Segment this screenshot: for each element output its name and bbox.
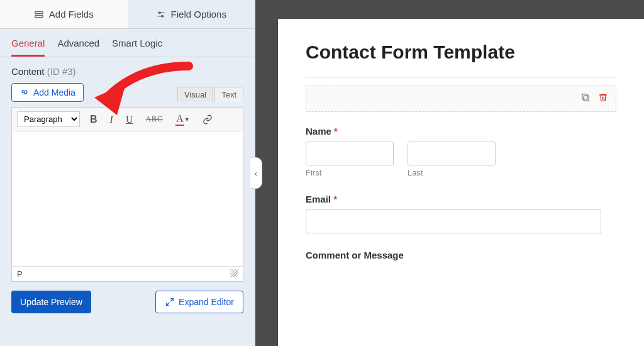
tab-field-options[interactable]: Field Options [128, 0, 255, 28]
editor-tab-visual[interactable]: Visual [177, 87, 213, 102]
editor-status-path: P [17, 269, 23, 279]
svg-point-3 [158, 12, 160, 14]
expand-editor-button[interactable]: Expand Editor [155, 291, 243, 313]
editor-tab-text[interactable]: Text [214, 87, 243, 102]
expand-editor-label: Expand Editor [179, 297, 234, 307]
last-name-input[interactable] [408, 142, 496, 165]
svg-point-6 [22, 91, 25, 93]
svg-rect-1 [35, 15, 43, 17]
text-color-button[interactable]: A ▼ [173, 112, 192, 127]
resize-handle[interactable] [230, 269, 238, 277]
form-card: Contact Form Template Name * First [278, 19, 644, 346]
first-name-input[interactable] [306, 142, 394, 165]
editor-mode-tabs: Visual Text [177, 87, 243, 102]
duplicate-field-button[interactable] [580, 92, 591, 105]
subtab-smart-logic[interactable]: Smart Logic [112, 38, 162, 57]
email-label: Email * [306, 194, 616, 204]
builder-tabs: Add Fields Field Options [0, 0, 255, 29]
svg-rect-8 [582, 94, 587, 99]
svg-rect-0 [35, 11, 43, 13]
form-preview-panel: Contact Form Template Name * First [255, 0, 644, 346]
field-options-icon [156, 9, 166, 20]
strikethrough-button[interactable]: ABC [143, 113, 165, 125]
link-icon [203, 114, 213, 125]
field-options-sidebar: Add Fields Field Options General Advance… [0, 0, 255, 346]
name-label: Name * [306, 126, 616, 137]
content-header: Content (ID #3) [0, 57, 255, 83]
content-label: Content [11, 66, 45, 77]
add-fields-icon [34, 9, 44, 20]
email-input[interactable] [306, 209, 601, 233]
first-sublabel: First [306, 168, 394, 177]
delete-field-button[interactable] [598, 92, 608, 105]
tab-add-fields-label: Add Fields [49, 9, 94, 20]
italic-button[interactable]: I [108, 113, 116, 126]
tab-field-options-label: Field Options [171, 9, 226, 20]
bold-button[interactable]: B [87, 113, 100, 126]
form-title: Contact Form Template [306, 42, 616, 64]
svg-rect-7 [584, 96, 589, 101]
link-button[interactable] [200, 113, 215, 126]
subtab-general[interactable]: General [11, 38, 45, 57]
underline-button[interactable]: U [123, 113, 136, 126]
rich-text-editor: Paragraph B I U ABC A ▼ P [11, 107, 243, 282]
add-media-button[interactable]: Add Media [11, 83, 84, 102]
svg-point-5 [161, 15, 163, 17]
content-textarea[interactable] [12, 131, 243, 264]
expand-icon [165, 297, 175, 307]
content-field-block[interactable] [306, 86, 616, 112]
collapse-sidebar-button[interactable]: ‹ [250, 157, 262, 189]
subtabs: General Advanced Smart Logic [0, 29, 255, 57]
divider [306, 77, 616, 78]
editor-toolbar: Paragraph B I U ABC A ▼ [12, 108, 243, 131]
tab-add-fields[interactable]: Add Fields [0, 0, 128, 28]
trash-icon [598, 92, 608, 103]
last-sublabel: Last [408, 168, 496, 177]
update-preview-button[interactable]: Update Preview [11, 291, 91, 313]
media-icon [19, 87, 30, 98]
add-media-label: Add Media [33, 87, 75, 98]
content-id: (ID #3) [47, 66, 76, 77]
chevron-left-icon: ‹ [255, 169, 257, 178]
format-select[interactable]: Paragraph [17, 111, 80, 127]
name-fields: First Last [306, 142, 616, 177]
subtab-advanced[interactable]: Advanced [57, 38, 99, 57]
copy-icon [580, 92, 591, 103]
comment-label: Comment or Message [306, 250, 616, 260]
